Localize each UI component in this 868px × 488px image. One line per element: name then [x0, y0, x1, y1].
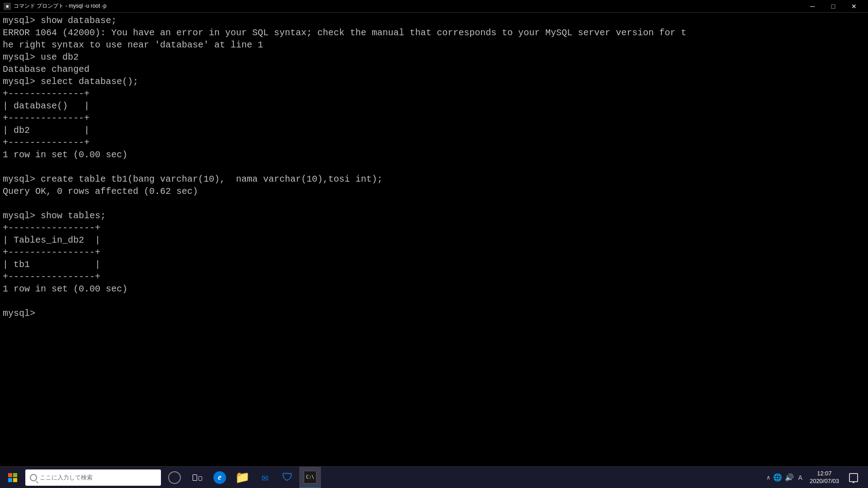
clock[interactable]: 12:07 2020/07/03 — [806, 470, 843, 485]
terminal-output[interactable]: mysql> show database; ERROR 1064 (42000)… — [0, 13, 868, 466]
search-placeholder: ここに入力して検索 — [40, 474, 93, 482]
shield-button[interactable]: 🛡 — [277, 467, 298, 488]
notification-icon — [849, 473, 858, 482]
tray-icons: ∧ 🌐 🔊 A — [767, 473, 804, 482]
notification-button[interactable] — [844, 467, 863, 488]
terminal-icon: ■ — [4, 3, 11, 10]
edge-button[interactable]: e — [209, 467, 231, 488]
maximize-button[interactable]: □ — [823, 0, 844, 13]
start-button[interactable] — [2, 467, 24, 488]
speaker-icon[interactable]: 🔊 — [785, 473, 794, 482]
taskbar: ここに入力して検索 e 📁 ✉ 🛡 — [0, 466, 868, 488]
search-bar[interactable]: ここに入力して検索 — [25, 469, 161, 486]
cortana-button[interactable] — [164, 467, 185, 488]
taskbar-middle: e 📁 ✉ 🛡 C:\ — [164, 467, 321, 488]
window-controls: ─ □ ✕ — [802, 0, 864, 13]
clock-time: 12:07 — [817, 470, 832, 478]
explorer-button[interactable]: 📁 — [231, 467, 253, 488]
mail-button[interactable]: ✉ — [254, 467, 276, 488]
explorer-icon: 📁 — [235, 470, 250, 485]
cortana-icon — [168, 471, 181, 484]
task-view-button[interactable] — [186, 467, 208, 488]
edge-icon: e — [213, 471, 226, 484]
title-bar: ■ コマンド プロンプト - mysql -u root -p ─ □ ✕ — [0, 0, 868, 13]
windows-icon — [8, 473, 17, 482]
close-button[interactable]: ✕ — [844, 0, 864, 13]
search-icon — [30, 474, 37, 481]
window-title: コマンド プロンプト - mysql -u root -p — [14, 2, 802, 10]
clock-date: 2020/07/03 — [810, 478, 839, 485]
cmd-icon: C:\ — [304, 471, 316, 483]
mail-icon: ✉ — [262, 471, 268, 484]
cmd-button[interactable]: C:\ — [299, 467, 321, 488]
language-indicator[interactable]: A — [797, 474, 804, 481]
system-tray: ∧ 🌐 🔊 A 12:07 2020/07/03 — [767, 467, 866, 488]
task-view-icon — [193, 474, 202, 481]
network-icon[interactable]: 🌐 — [773, 473, 782, 482]
minimize-button[interactable]: ─ — [802, 0, 823, 13]
shield-icon: 🛡 — [282, 471, 293, 484]
up-arrow-icon[interactable]: ∧ — [767, 474, 770, 481]
